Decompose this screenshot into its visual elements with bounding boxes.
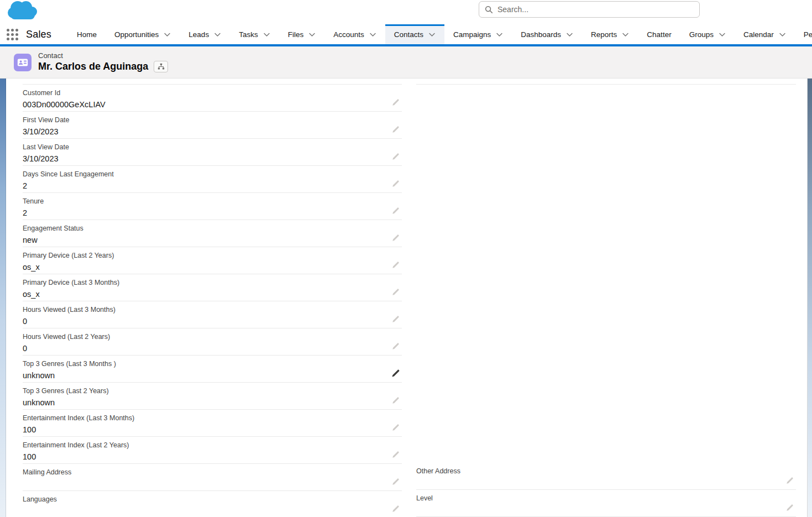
chevron-down-icon [164, 31, 171, 38]
tab-groups[interactable]: Groups [680, 24, 735, 44]
scroll-track[interactable] [807, 79, 812, 517]
edit-field-button[interactable] [785, 476, 795, 485]
field-row: Mailing Address [23, 464, 402, 491]
tab-label: Dashboards [521, 30, 561, 39]
tab-files[interactable]: Files [279, 24, 325, 44]
pencil-icon [391, 369, 400, 378]
tab-label: Opportunities [114, 30, 159, 39]
salesforce-cloud-logo [7, 0, 39, 24]
edit-field-button[interactable] [391, 124, 401, 134]
edit-field-button[interactable] [391, 152, 401, 161]
field-value: unknown [23, 370, 385, 381]
global-search [479, 1, 700, 18]
field-row: Other Address [416, 463, 796, 490]
tab-leads[interactable]: Leads [180, 24, 230, 44]
edit-field-button[interactable] [391, 450, 401, 459]
field-value: 3/10/2023 [23, 154, 385, 164]
edit-field-button[interactable] [391, 233, 401, 243]
field-value [23, 506, 385, 516]
field-row: Days Since Last Engagement 2 [23, 166, 402, 193]
detail-card: Customer Id 003Dn00000GeXcLIAV First Vie… [6, 79, 807, 517]
page-background-left [0, 79, 6, 517]
tab-label: Groups [689, 30, 714, 39]
edit-field-button[interactable] [391, 260, 401, 270]
edit-field-button[interactable] [391, 504, 401, 514]
field-label: Last View Date [23, 142, 385, 152]
edit-field-button[interactable] [391, 287, 401, 297]
entity-type-label: Contact [38, 51, 168, 60]
chevron-down-icon [263, 31, 270, 38]
field-label: Primary Device (Last 2 Years) [23, 250, 385, 260]
edit-field-button[interactable] [391, 206, 401, 216]
tab-chatter[interactable]: Chatter [638, 24, 680, 44]
record-header: Contact Mr. Carlos de Aguinaga [0, 46, 812, 79]
tab-label: Reports [591, 30, 617, 39]
field-value: os_x [23, 262, 385, 273]
field-value: unknown [23, 398, 385, 408]
field-row: Top 3 Genres (Last 3 Months ) unknown [23, 356, 402, 383]
tab-calendar[interactable]: Calendar [735, 24, 795, 44]
detail-column-left: Customer Id 003Dn00000GeXcLIAV First Vie… [23, 84, 402, 517]
field-row: Engagement Status new [23, 220, 402, 247]
tab-tasks[interactable]: Tasks [230, 24, 279, 44]
tab-campaigns[interactable]: Campaigns [444, 24, 512, 44]
tab-reports[interactable]: Reports [582, 24, 638, 44]
field-value: new [23, 235, 385, 246]
field-row: First View Date 3/10/2023 [23, 112, 402, 139]
chevron-down-icon [779, 31, 786, 38]
pencil-icon [392, 396, 400, 404]
field-row: Primary Device (Last 2 Years) os_x [23, 247, 402, 274]
view-hierarchy-button[interactable] [154, 61, 168, 72]
tab-opportunities[interactable]: Opportunities [106, 24, 180, 44]
tab-label: Home [77, 30, 97, 39]
tab-accounts[interactable]: Accounts [324, 24, 385, 44]
edit-field-button[interactable] [391, 368, 401, 378]
tab-label: People [804, 30, 812, 39]
pencil-icon [392, 180, 400, 187]
search-input[interactable] [497, 5, 694, 14]
field-value: 2 [23, 181, 385, 191]
field-row: Last View Date 3/10/2023 [23, 139, 402, 166]
tab-contacts[interactable]: Contacts [385, 24, 444, 44]
field-label: Customer Id [23, 88, 385, 97]
chevron-down-icon [369, 31, 376, 38]
field-value [416, 478, 779, 488]
edit-field-button[interactable] [391, 314, 401, 324]
tab-label: Chatter [647, 30, 671, 39]
edit-field-button[interactable] [391, 97, 401, 107]
chevron-down-icon [566, 31, 573, 38]
nav-tabs: Home Opportunities Leads Tasks Files Acc… [68, 24, 812, 44]
field-value [23, 479, 385, 489]
app-launcher-icon[interactable] [7, 24, 18, 44]
chevron-down-icon [428, 31, 436, 38]
tab-dashboards[interactable]: Dashboards [512, 24, 582, 44]
field-label: Hours Viewed (Last 2 Years) [23, 332, 385, 341]
field-value: 0 [23, 343, 385, 354]
pencil-icon [392, 315, 400, 323]
edit-field-button[interactable] [391, 341, 401, 351]
edit-field-button[interactable] [391, 395, 401, 405]
edit-field-button[interactable] [391, 179, 401, 189]
edit-field-button[interactable] [391, 477, 401, 487]
field-row: Hours Viewed (Last 3 Months) 0 [23, 301, 402, 328]
tab-label: Accounts [333, 30, 364, 39]
field-row: Entertainment Index (Last 3 Months) 100 [23, 410, 402, 437]
pencil-icon [392, 153, 400, 160]
field-value: 100 [23, 425, 385, 435]
edit-field-button[interactable] [785, 503, 795, 513]
chevron-down-icon [719, 31, 726, 38]
tab-home[interactable]: Home [68, 24, 106, 44]
field-label: Tenure [23, 196, 385, 206]
app-name: Sales [26, 24, 51, 44]
pencil-icon [392, 424, 400, 431]
pencil-icon [392, 288, 400, 296]
edit-field-button[interactable] [391, 422, 401, 432]
global-header [0, 0, 812, 24]
field-value: 100 [23, 452, 385, 462]
pencil-icon [392, 234, 400, 242]
field-label: Entertainment Index (Last 2 Years) [23, 440, 385, 450]
field-value: os_x [23, 289, 385, 300]
tab-people[interactable]: People [795, 24, 812, 44]
chevron-down-icon [496, 31, 503, 38]
tab-label: Tasks [239, 30, 258, 39]
